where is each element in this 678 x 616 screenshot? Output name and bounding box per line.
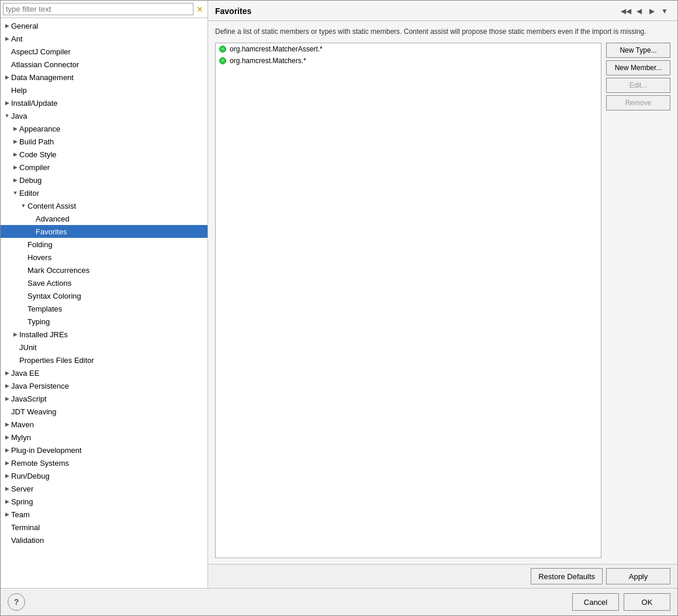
edit-button[interactable]: Edit...	[606, 78, 670, 93]
tree-item-java-persistence[interactable]: ▶Java Persistence	[1, 379, 207, 392]
tree-label-jdt-weaving: JDT Weaving	[11, 407, 207, 416]
tree-item-java-ee[interactable]: ▶Java EE	[1, 366, 207, 379]
tree-item-installed-jres[interactable]: ▶Installed JREs	[1, 328, 207, 341]
ok-button[interactable]: OK	[624, 593, 670, 611]
tree-item-debug[interactable]: ▶Debug	[1, 174, 207, 186]
tree-item-appearance[interactable]: ▶Appearance	[1, 122, 207, 135]
tree-label-data-mgmt: Data Management	[11, 73, 207, 82]
tree-item-ant[interactable]: ▶Ant	[1, 32, 207, 45]
tree-item-hovers[interactable]: Hovers	[1, 251, 207, 264]
cancel-button[interactable]: Cancel	[572, 593, 619, 611]
tree-arrow-install: ▶	[3, 100, 11, 106]
tree-label-properties-files: Properties Files Editor	[19, 356, 207, 365]
apply-button[interactable]: Apply	[606, 568, 670, 584]
filter-clear-icon[interactable]: ✕	[195, 4, 205, 15]
tree-item-run-debug[interactable]: ▶Run/Debug	[1, 469, 207, 482]
tree-arrow-java-ee: ▶	[3, 370, 11, 376]
tree-item-editor[interactable]: ▼Editor	[1, 186, 207, 199]
tree-arrow-editor: ▼	[11, 190, 19, 196]
tree-item-spring[interactable]: ▶Spring	[1, 495, 207, 508]
tree-item-properties-files[interactable]: Properties Files Editor	[1, 354, 207, 366]
filter-input[interactable]	[3, 3, 193, 15]
fav-item-fav1[interactable]: +org.hamcrest.MatcherAssert.*	[216, 43, 601, 55]
description-text: Define a list of static members or types…	[215, 27, 670, 37]
tree-item-validation[interactable]: Validation	[1, 534, 207, 546]
right-content: Define a list of static members or types…	[208, 21, 677, 564]
tree-label-favorites: Favorites	[36, 227, 207, 236]
tree-label-atlassian: Atlassian Connector	[11, 60, 207, 69]
tree-item-favorites[interactable]: Favorites	[1, 225, 207, 238]
tree-item-team[interactable]: ▶Team	[1, 508, 207, 521]
tree-label-server: Server	[11, 485, 207, 493]
right-header: Favorites ◀◀ ◀ ▶ ▼	[208, 1, 677, 21]
tree-item-terminal[interactable]: Terminal	[1, 521, 207, 534]
new-type-button[interactable]: New Type...	[606, 43, 670, 58]
tree-item-maven[interactable]: ▶Maven	[1, 418, 207, 431]
tree-item-junit[interactable]: JUnit	[1, 341, 207, 354]
preferences-dialog: ✕ ▶General▶AntAspectJ CompilerAtlassian …	[0, 0, 678, 616]
tree-label-templates: Templates	[27, 304, 207, 313]
tree-item-mark-occurrences[interactable]: Mark Occurrences	[1, 264, 207, 276]
favorites-list[interactable]: +org.hamcrest.MatcherAssert.*+org.hamcre…	[215, 43, 601, 558]
tree-item-typing[interactable]: Typing	[1, 315, 207, 328]
tree-label-junit: JUnit	[19, 343, 207, 352]
tree-label-help: Help	[11, 86, 207, 95]
tree-label-mark-occurrences: Mark Occurrences	[27, 266, 207, 275]
tree-item-save-actions[interactable]: Save Actions	[1, 276, 207, 289]
tree-item-compiler[interactable]: ▶Compiler	[1, 161, 207, 174]
tree-label-run-debug: Run/Debug	[11, 472, 207, 480]
tree-label-compiler: Compiler	[19, 163, 207, 172]
right-title: Favorites	[215, 6, 251, 16]
tree-arrow-remote-systems: ▶	[3, 460, 11, 466]
tree-arrow-java-persistence: ▶	[3, 383, 11, 389]
tree-item-mylyn[interactable]: ▶Mylyn	[1, 431, 207, 444]
favorites-container: +org.hamcrest.MatcherAssert.*+org.hamcre…	[215, 43, 670, 558]
nav-back-icon[interactable]: ◀◀	[620, 5, 632, 17]
tree-item-atlassian[interactable]: Atlassian Connector	[1, 58, 207, 71]
tree-item-remote-systems[interactable]: ▶Remote Systems	[1, 456, 207, 469]
tree-item-folding[interactable]: Folding	[1, 238, 207, 251]
tree-item-data-mgmt[interactable]: ▶Data Management	[1, 71, 207, 84]
tree-item-install[interactable]: ▶Install/Update	[1, 96, 207, 109]
tree-item-java[interactable]: ▼Java	[1, 109, 207, 122]
tree-item-general[interactable]: ▶General	[1, 19, 207, 32]
dialog-body: ✕ ▶General▶AntAspectJ CompilerAtlassian …	[1, 1, 677, 588]
tree-arrow-server: ▶	[3, 486, 11, 492]
nav-prev-icon[interactable]: ◀	[633, 5, 645, 17]
dialog-footer: ? Cancel OK	[1, 588, 677, 615]
tree-arrow-maven: ▶	[3, 421, 11, 427]
tree-item-aspectj[interactable]: AspectJ Compiler	[1, 45, 207, 58]
tree-label-folding: Folding	[27, 240, 207, 249]
remove-button[interactable]: Remove	[606, 95, 670, 110]
tree-item-advanced[interactable]: Advanced	[1, 212, 207, 225]
tree-label-java: Java	[11, 112, 207, 120]
tree-item-server[interactable]: ▶Server	[1, 482, 207, 495]
fav-text-fav1: org.hamcrest.MatcherAssert.*	[230, 45, 323, 53]
nav-next-icon[interactable]: ▶	[646, 5, 658, 17]
tree-item-build-path[interactable]: ▶Build Path	[1, 135, 207, 148]
restore-defaults-button[interactable]: Restore Defaults	[531, 568, 603, 584]
right-bottom: Restore Defaults Apply	[208, 564, 677, 588]
tree-arrow-ant: ▶	[3, 36, 11, 41]
tree-item-templates[interactable]: Templates	[1, 302, 207, 315]
tree-item-syntax-coloring[interactable]: Syntax Coloring	[1, 289, 207, 302]
tree-arrow-debug: ▶	[11, 177, 19, 183]
help-button[interactable]: ?	[8, 593, 25, 611]
tree-label-hovers: Hovers	[27, 253, 207, 262]
tree-arrow-general: ▶	[3, 23, 11, 29]
tree-label-remote-systems: Remote Systems	[11, 459, 207, 468]
tree-label-advanced: Advanced	[36, 214, 207, 223]
new-member-button[interactable]: New Member...	[606, 60, 670, 75]
tree-item-content-assist[interactable]: ▼Content Assist	[1, 199, 207, 212]
tree-item-help[interactable]: Help	[1, 84, 207, 96]
tree-arrow-installed-jres: ▶	[11, 331, 19, 337]
tree: ▶General▶AntAspectJ CompilerAtlassian Co…	[1, 18, 207, 588]
right-panel: Favorites ◀◀ ◀ ▶ ▼ Define a list of stat…	[208, 1, 677, 588]
nav-menu-icon[interactable]: ▼	[659, 5, 670, 17]
tree-label-editor: Editor	[19, 189, 207, 198]
tree-item-code-style[interactable]: ▶Code Style	[1, 148, 207, 161]
tree-item-plugin-dev[interactable]: ▶Plug-in Development	[1, 444, 207, 456]
tree-item-jdt-weaving[interactable]: JDT Weaving	[1, 405, 207, 418]
fav-item-fav2[interactable]: +org.hamcrest.Matchers.*	[216, 55, 601, 67]
tree-item-javascript[interactable]: ▶JavaScript	[1, 392, 207, 405]
